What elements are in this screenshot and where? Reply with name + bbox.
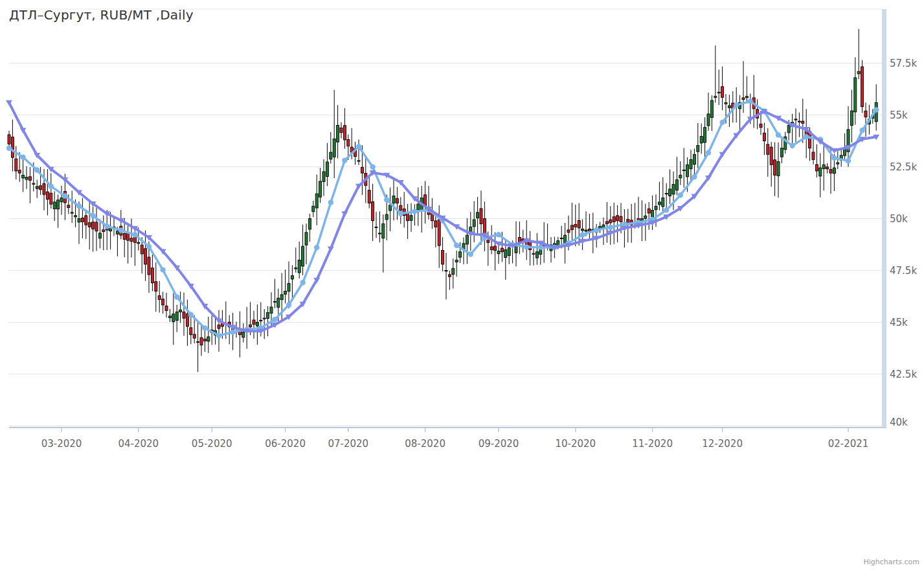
candle[interactable]: [410, 203, 412, 232]
candle[interactable]: [162, 292, 164, 314]
candle[interactable]: [777, 143, 780, 198]
candle[interactable]: [57, 194, 60, 227]
ma-fast-marker[interactable]: [468, 251, 473, 257]
candle[interactable]: [144, 231, 147, 281]
ma-fast-marker[interactable]: [734, 102, 739, 108]
candle[interactable]: [403, 192, 405, 227]
candle[interactable]: [102, 215, 105, 250]
candle[interactable]: [400, 197, 402, 223]
ma-fast-marker[interactable]: [873, 107, 879, 112]
candle[interactable]: [60, 186, 63, 215]
candle[interactable]: [819, 153, 822, 197]
candle[interactable]: [697, 123, 699, 168]
candle[interactable]: [273, 279, 276, 308]
candle[interactable]: [214, 316, 217, 345]
ma-fast-marker[interactable]: [706, 150, 711, 155]
candle[interactable]: [326, 143, 328, 187]
candle[interactable]: [535, 233, 538, 265]
candle[interactable]: [158, 281, 161, 313]
candle[interactable]: [120, 210, 122, 239]
candle[interactable]: [767, 128, 769, 177]
candle[interactable]: [203, 330, 206, 352]
candle[interactable]: [774, 142, 776, 196]
candle[interactable]: [287, 262, 290, 308]
ma-fast-marker[interactable]: [174, 294, 179, 299]
candle[interactable]: [116, 227, 118, 257]
candle[interactable]: [337, 105, 339, 158]
candle[interactable]: [315, 174, 318, 225]
ma-fast-marker[interactable]: [384, 197, 389, 202]
candle[interactable]: [700, 124, 703, 154]
candle[interactable]: [805, 109, 807, 158]
candle[interactable]: [322, 159, 325, 196]
candle[interactable]: [616, 205, 619, 242]
candle[interactable]: [850, 90, 853, 143]
ma-fast-marker[interactable]: [90, 213, 95, 218]
ma-fast-marker[interactable]: [846, 158, 851, 163]
candle[interactable]: [588, 214, 591, 240]
ma-fast-marker[interactable]: [370, 165, 375, 170]
candle[interactable]: [172, 293, 175, 345]
candle[interactable]: [721, 67, 724, 111]
ma-fast-marker[interactable]: [594, 227, 599, 233]
candle[interactable]: [840, 148, 842, 166]
ma-fast-marker[interactable]: [300, 280, 305, 285]
candle[interactable]: [675, 157, 678, 195]
ma-fast-marker[interactable]: [49, 183, 54, 189]
ma-fast-marker[interactable]: [132, 232, 137, 237]
candle[interactable]: [319, 168, 322, 203]
ma-fast-marker[interactable]: [678, 192, 683, 198]
candle[interactable]: [98, 219, 101, 248]
candle[interactable]: [857, 29, 860, 80]
candle[interactable]: [183, 293, 185, 336]
ma-fast-marker[interactable]: [524, 244, 529, 249]
candle[interactable]: [151, 255, 153, 291]
candle[interactable]: [861, 60, 864, 113]
ma-fast-marker[interactable]: [342, 157, 347, 163]
ma-fast-marker[interactable]: [146, 244, 152, 249]
candle[interactable]: [330, 132, 332, 164]
candle[interactable]: [168, 309, 171, 322]
candle[interactable]: [780, 138, 783, 163]
candle[interactable]: [200, 325, 203, 356]
candle[interactable]: [424, 181, 427, 223]
candle[interactable]: [267, 306, 269, 337]
candle[interactable]: [658, 182, 660, 211]
candle[interactable]: [302, 225, 304, 275]
ma-fast-marker[interactable]: [314, 245, 319, 250]
ma-fast-marker[interactable]: [356, 144, 361, 149]
candle[interactable]: [704, 117, 706, 157]
candle[interactable]: [354, 142, 357, 165]
candle[interactable]: [745, 76, 748, 104]
candle[interactable]: [710, 95, 713, 131]
candle[interactable]: [455, 251, 458, 277]
candle[interactable]: [669, 170, 671, 205]
candle[interactable]: [155, 262, 157, 312]
candle[interactable]: [798, 113, 800, 137]
candle[interactable]: [175, 304, 178, 332]
candle[interactable]: [36, 179, 38, 198]
ma-fast-marker[interactable]: [692, 174, 697, 179]
candle[interactable]: [95, 208, 98, 251]
candle[interactable]: [218, 310, 220, 352]
candle[interactable]: [812, 139, 815, 165]
ma-fast-marker[interactable]: [34, 167, 39, 172]
candle[interactable]: [434, 212, 437, 247]
candle[interactable]: [375, 212, 377, 238]
candle[interactable]: [826, 163, 829, 174]
ma-fast-marker[interactable]: [118, 227, 124, 233]
candle[interactable]: [295, 247, 297, 273]
highcharts-credit-link[interactable]: Highcharts.com: [863, 558, 919, 566]
candle[interactable]: [613, 203, 615, 244]
candle[interactable]: [707, 93, 710, 131]
candle[interactable]: [305, 223, 308, 264]
candle[interactable]: [308, 214, 311, 242]
candle[interactable]: [679, 161, 682, 185]
candle[interactable]: [770, 142, 772, 187]
candle[interactable]: [448, 271, 451, 290]
candle[interactable]: [256, 304, 258, 345]
ma-fast-marker[interactable]: [789, 143, 794, 148]
candle[interactable]: [420, 186, 423, 233]
ma-fast-marker[interactable]: [719, 120, 725, 125]
candle[interactable]: [407, 204, 409, 239]
